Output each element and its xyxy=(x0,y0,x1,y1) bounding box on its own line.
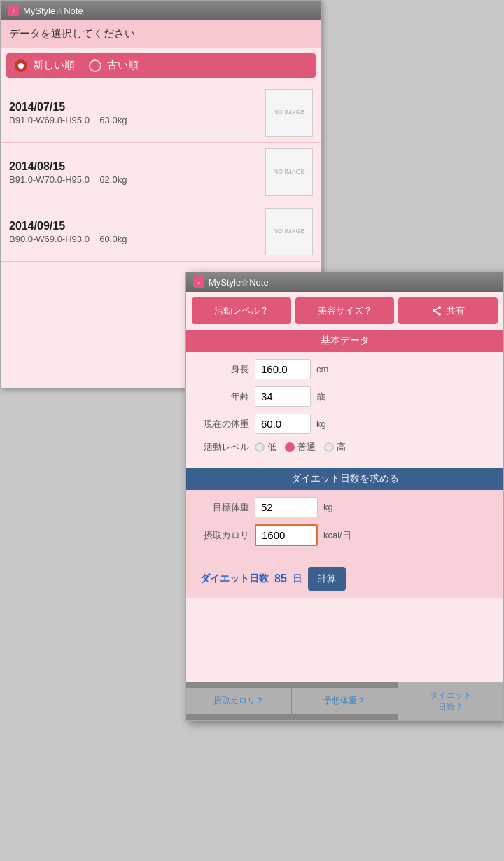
height-unit: cm xyxy=(316,364,328,374)
data-item-0-measurements: B91.0-W69.8-H95.0 63.0kg xyxy=(9,115,127,125)
data-item-1-info: 2014/08/15 B91.0-W70.0-H95.0 62.0kg xyxy=(9,160,127,185)
activity-row: 活動レベル 低 普通 高 xyxy=(200,441,489,454)
data-item-2-measurements: B90.0-W69.0-H93.0 60.0kg xyxy=(9,234,127,244)
svg-point-1 xyxy=(433,309,435,312)
age-unit: 歳 xyxy=(316,391,326,403)
share-icon xyxy=(431,305,442,316)
data-item-1-date: 2014/08/15 xyxy=(9,160,127,173)
section-header: データを選択してください xyxy=(1,20,321,48)
window2-titlebar: ♪ MyStyle☆Note xyxy=(186,272,503,292)
result-row: ダイエット日数 85 日 計算 xyxy=(186,560,503,598)
window2-title: MyStyle☆Note xyxy=(209,277,269,288)
button-bar: 活動レベル？ 美容サイズ？ 共有 xyxy=(186,292,503,330)
calc-button[interactable]: 計算 xyxy=(308,567,346,591)
data-item-1[interactable]: 2014/08/15 B91.0-W70.0-H95.0 62.0kg NO I… xyxy=(1,143,321,202)
spacer xyxy=(186,598,503,682)
target-weight-unit: kg xyxy=(323,502,333,512)
bottom-intake-calorie-button[interactable]: 摂取カロリ？ xyxy=(186,688,292,714)
calorie-label: 摂取カロリ xyxy=(200,529,249,542)
calorie-row: 摂取カロリ kcal/日 xyxy=(200,524,489,546)
data-item-2[interactable]: 2014/09/15 B90.0-W69.0-H93.0 60.0kg NO I… xyxy=(1,202,321,262)
basic-data-form: 身長 cm 年齢 歳 現在の体重 kg 活動レベル 低 xyxy=(186,352,503,468)
data-item-0-date: 2014/07/15 xyxy=(9,101,127,113)
beauty-size-button[interactable]: 美容サイズ？ xyxy=(295,298,395,324)
data-item-2-info: 2014/09/15 B90.0-W69.0-H93.0 60.0kg xyxy=(9,220,127,244)
target-weight-label: 目標体重 xyxy=(200,501,249,514)
weight-row: 現在の体重 kg xyxy=(200,414,489,434)
sort-new-radio[interactable] xyxy=(15,59,27,72)
weight-input[interactable] xyxy=(255,414,311,434)
data-item-0-image: NO IMAGE xyxy=(265,89,313,136)
bottom-bar: 摂取カロリ？ 予想体重？ ダイエット日数？ xyxy=(186,682,503,720)
height-row: 身長 cm xyxy=(200,359,489,379)
data-item-0[interactable]: 2014/07/15 B91.0-W69.8-H95.0 63.0kg NO I… xyxy=(1,83,321,143)
data-item-0-info: 2014/07/15 B91.0-W69.8-H95.0 63.0kg xyxy=(9,101,127,125)
app-icon-2: ♪ xyxy=(193,276,204,288)
data-item-1-measurements: B91.0-W70.0-H95.0 62.0kg xyxy=(9,174,127,185)
activity-normal-radio[interactable] xyxy=(285,442,295,452)
height-label: 身長 xyxy=(200,363,249,376)
data-item-2-image: NO IMAGE xyxy=(265,208,313,255)
activity-low-option[interactable]: 低 xyxy=(255,441,276,454)
svg-point-0 xyxy=(438,306,441,309)
activity-label: 活動レベル xyxy=(200,441,249,454)
svg-line-4 xyxy=(435,308,439,310)
sort-bar: 新しい順 古い順 xyxy=(6,53,316,78)
activity-low-radio[interactable] xyxy=(255,442,265,452)
window1-titlebar: ♪ MyStyle☆Note xyxy=(1,1,321,20)
weight-unit: kg xyxy=(316,419,326,429)
activity-normal-option[interactable]: 普通 xyxy=(285,441,316,454)
sort-new-option[interactable]: 新しい順 xyxy=(15,59,75,72)
activity-high-option[interactable]: 高 xyxy=(324,441,346,454)
age-input[interactable] xyxy=(255,386,311,407)
calorie-unit: kcal/日 xyxy=(323,529,351,542)
window1-title: MyStyle☆Note xyxy=(23,6,83,16)
window2: ♪ MyStyle☆Note 活動レベル？ 美容サイズ？ 共有 基本データ 身長… xyxy=(186,272,504,721)
calorie-input[interactable] xyxy=(255,524,318,546)
diet-form: 目標体重 kg 摂取カロリ kcal/日 xyxy=(186,490,503,560)
sort-new-label: 新しい順 xyxy=(33,59,75,72)
data-item-1-image: NO IMAGE xyxy=(265,148,313,196)
activity-normal-label: 普通 xyxy=(298,441,316,454)
result-label: ダイエット日数 xyxy=(200,573,269,585)
bottom-diet-days-button[interactable]: ダイエット日数？ xyxy=(398,682,503,720)
basic-data-header: 基本データ xyxy=(186,330,503,352)
app-icon: ♪ xyxy=(8,5,19,16)
activity-radio-group: 低 普通 高 xyxy=(255,441,346,454)
result-value: 85 xyxy=(274,573,287,585)
sort-old-label: 古い順 xyxy=(107,59,139,72)
age-row: 年齢 歳 xyxy=(200,386,489,407)
diet-section-header: ダイエット日数を求める xyxy=(186,468,503,490)
target-weight-row: 目標体重 kg xyxy=(200,497,489,517)
activity-high-radio[interactable] xyxy=(324,442,334,452)
activity-low-label: 低 xyxy=(267,441,276,454)
sort-old-radio[interactable] xyxy=(89,59,102,72)
height-input[interactable] xyxy=(255,359,311,379)
weight-label: 現在の体重 xyxy=(200,418,249,430)
activity-level-button[interactable]: 活動レベル？ xyxy=(192,298,291,324)
target-weight-input[interactable] xyxy=(255,497,318,517)
sort-old-option[interactable]: 古い順 xyxy=(89,59,139,72)
share-button[interactable]: 共有 xyxy=(398,298,498,324)
svg-line-3 xyxy=(435,312,439,314)
activity-high-label: 高 xyxy=(337,441,346,454)
svg-point-2 xyxy=(438,313,441,316)
data-item-2-date: 2014/09/15 xyxy=(9,220,127,232)
age-label: 年齢 xyxy=(200,391,249,403)
bottom-expected-weight-button[interactable]: 予想体重？ xyxy=(292,688,398,714)
result-unit: 日 xyxy=(293,573,302,585)
